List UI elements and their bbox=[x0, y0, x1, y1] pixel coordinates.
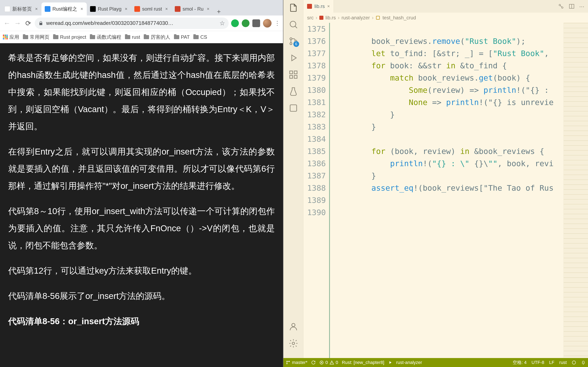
chevron-right-icon: › bbox=[316, 15, 317, 21]
close-icon[interactable]: × bbox=[80, 6, 83, 12]
close-icon[interactable]: × bbox=[125, 6, 127, 12]
bookmark-folder[interactable]: rust bbox=[125, 34, 140, 40]
svg-point-15 bbox=[287, 361, 287, 362]
tab-title: soml rust bbox=[142, 6, 162, 12]
reload-button[interactable]: ⟳ bbox=[24, 19, 32, 27]
minimap[interactable] bbox=[563, 23, 588, 358]
code-editor[interactable]: 1375137613771378137913801381138213831384… bbox=[303, 23, 588, 358]
browser-tab[interactable]: soml rust × bbox=[131, 2, 172, 16]
rust-analyzer-status[interactable]: rust-analyzer bbox=[396, 360, 422, 365]
favicon bbox=[4, 6, 10, 12]
svg-point-1 bbox=[290, 38, 292, 40]
folder-icon bbox=[23, 35, 28, 39]
extension-icon[interactable] bbox=[242, 19, 250, 27]
bookmark-folder[interactable]: CS bbox=[193, 34, 207, 40]
folder-icon bbox=[144, 35, 149, 39]
breadcrumb-segment[interactable]: test_hash_crud bbox=[382, 15, 416, 21]
editor-tabs: lib.rs × ··· bbox=[303, 0, 588, 13]
compare-icon[interactable] bbox=[558, 3, 564, 9]
editor-actions: ··· bbox=[554, 0, 588, 13]
split-editor-icon[interactable] bbox=[569, 3, 575, 9]
eol-status[interactable]: LF bbox=[549, 360, 554, 365]
browser-tab[interactable]: Rust Playg × bbox=[87, 2, 131, 16]
tab-title: Rust编程之 bbox=[52, 6, 77, 12]
rust-target[interactable]: Rust: [new_chapter8] bbox=[342, 360, 384, 365]
favicon bbox=[134, 6, 140, 12]
play-icon[interactable] bbox=[388, 360, 392, 365]
svg-rect-7 bbox=[294, 75, 297, 78]
chevron-right-icon: › bbox=[372, 15, 373, 21]
indent-status[interactable]: 空格: 4 bbox=[513, 359, 527, 366]
breadcrumb-segment[interactable]: src bbox=[307, 15, 314, 21]
bookmarks-bar: 应用 常用网页 Rust project 函数式编程 rust 厉害的人 PAT… bbox=[0, 31, 283, 43]
apps-icon bbox=[3, 35, 8, 40]
svg-rect-8 bbox=[290, 105, 297, 111]
folder-icon bbox=[90, 35, 95, 39]
git-branch[interactable]: master* bbox=[286, 360, 307, 365]
explorer-icon[interactable] bbox=[288, 3, 298, 13]
extensions-icon[interactable] bbox=[288, 70, 298, 80]
reader-content[interactable]: 希表是否有足够的空间，如果没有，则进行自动扩容。接下来调用内部的hash函数生成… bbox=[0, 43, 283, 367]
more-icon[interactable]: ··· bbox=[579, 3, 584, 10]
bookmark-folder[interactable]: 常用网页 bbox=[23, 34, 49, 40]
source-control-icon[interactable]: 6 bbox=[288, 36, 298, 46]
close-icon[interactable]: × bbox=[35, 6, 38, 12]
bell-icon[interactable] bbox=[581, 360, 586, 365]
back-button[interactable]: ← bbox=[3, 19, 11, 27]
browser-tab-active[interactable]: Rust编程之 × bbox=[42, 2, 87, 16]
extension-icon[interactable] bbox=[231, 19, 239, 27]
branch-icon bbox=[286, 360, 290, 365]
new-tab-button[interactable]: + bbox=[213, 8, 225, 16]
run-debug-icon[interactable] bbox=[288, 53, 298, 63]
activity-bar: 6 bbox=[283, 0, 303, 358]
testing-icon[interactable] bbox=[288, 86, 298, 96]
chrome-window: 新标签页 × Rust编程之 × Rust Playg × soml rust … bbox=[0, 0, 283, 367]
error-icon bbox=[319, 360, 324, 365]
address-bar[interactable]: weread.qq.com/web/reader/030320307184877… bbox=[35, 17, 229, 29]
feedback-icon[interactable] bbox=[572, 360, 576, 365]
close-icon[interactable]: × bbox=[165, 6, 168, 12]
chevron-right-icon: › bbox=[338, 15, 339, 21]
code-lines[interactable]: book_reviews.remove("Rust Book"); let to… bbox=[330, 23, 563, 358]
close-icon[interactable]: × bbox=[207, 6, 209, 12]
url-text: weread.qq.com/web/reader/030320307184877… bbox=[46, 20, 217, 26]
svg-point-19 bbox=[572, 361, 576, 364]
breadcrumb-segment[interactable]: lib.rs bbox=[325, 15, 336, 21]
gear-icon[interactable] bbox=[288, 338, 298, 348]
bookmark-folder[interactable]: PAT bbox=[174, 34, 190, 40]
browser-tab[interactable]: smol - Ru × bbox=[172, 2, 213, 16]
editor-tab[interactable]: lib.rs × bbox=[303, 0, 334, 13]
paragraph: 希表是否有足够的空间，如果没有，则进行自动扩容。接下来调用内部的hash函数生成… bbox=[8, 49, 275, 135]
tab-title: smol - Ru bbox=[182, 6, 204, 12]
encoding-status[interactable]: UTF-8 bbox=[531, 360, 544, 365]
sync-button[interactable] bbox=[311, 360, 316, 365]
lang-status[interactable]: rust bbox=[559, 360, 567, 365]
star-icon[interactable]: ☆ bbox=[219, 20, 225, 27]
account-icon[interactable] bbox=[288, 322, 298, 332]
tab-title: 新标签页 bbox=[12, 6, 32, 12]
status-bar: master* 0 0 Rust: [new_chapter8] rust-an… bbox=[283, 358, 588, 367]
menu-icon[interactable]: ⋮ bbox=[274, 20, 280, 26]
svg-point-10 bbox=[292, 342, 295, 345]
bookmark-icon[interactable] bbox=[288, 103, 298, 113]
search-icon[interactable] bbox=[288, 20, 298, 29]
profile-avatar[interactable] bbox=[263, 19, 272, 27]
bookmark-folder[interactable]: Rust project bbox=[53, 34, 86, 40]
breadcrumb-segment[interactable]: rust-analyzer bbox=[342, 15, 370, 21]
apps-button[interactable]: 应用 bbox=[3, 34, 19, 40]
browser-tab[interactable]: 新标签页 × bbox=[1, 2, 42, 16]
favicon bbox=[90, 6, 96, 12]
heading: 代码清单8-56：or_insert方法源码 bbox=[8, 313, 275, 330]
tab-strip: 新标签页 × Rust编程之 × Rust Playg × soml rust … bbox=[0, 0, 283, 16]
forward-button[interactable]: → bbox=[13, 19, 22, 27]
line-gutter: 1375137613771378137913801381138213831384… bbox=[303, 23, 330, 358]
bookmark-folder[interactable]: 厉害的人 bbox=[144, 34, 170, 40]
puzzle-icon[interactable] bbox=[252, 19, 260, 27]
breadcrumbs[interactable]: src › lib.rs › rust-analyzer › test_hash… bbox=[303, 13, 588, 23]
bookmark-folder[interactable]: 函数式编程 bbox=[90, 34, 121, 40]
rust-file-icon bbox=[319, 16, 323, 20]
close-icon[interactable]: × bbox=[327, 4, 330, 9]
svg-rect-5 bbox=[294, 71, 297, 74]
problems[interactable]: 0 0 bbox=[319, 360, 338, 365]
tab-title: Rust Playg bbox=[98, 6, 121, 12]
